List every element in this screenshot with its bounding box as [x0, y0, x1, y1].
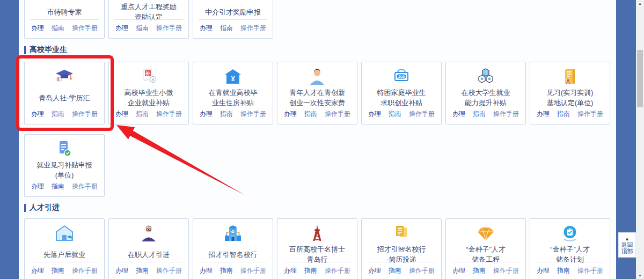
manual-link[interactable]: 操作手册	[72, 24, 98, 33]
school-building-icon	[193, 223, 273, 244]
back-to-top-button[interactable]: ▲ 返回顶部	[618, 232, 636, 258]
manual-link[interactable]: 操作手册	[493, 109, 519, 119]
guide-link[interactable]: 指南	[473, 109, 486, 119]
house-yuan-icon: ¥	[193, 67, 273, 87]
scrollbar-up-arrow-icon[interactable]: ▲	[636, 2, 644, 5]
card-links: 办理指南操作手册	[200, 24, 266, 33]
handle-link[interactable]: 办理	[452, 109, 465, 119]
handle-link[interactable]: 办理	[115, 24, 128, 33]
guide-link[interactable]: 指南	[220, 266, 233, 275]
card-title: 特困家庭毕业生 求职创业补贴	[363, 86, 440, 109]
manual-link[interactable]: 操作手册	[72, 109, 98, 119]
guide-link[interactable]: 指南	[557, 109, 570, 119]
card-links: 办理指南操作手册	[537, 266, 603, 275]
handle-link[interactable]: 办理	[200, 24, 213, 33]
house-cap-icon	[25, 223, 104, 244]
scrollbar-thumb[interactable]	[637, 50, 643, 107]
handle-link[interactable]: 办理	[537, 266, 550, 275]
guide-link[interactable]: 指南	[304, 109, 317, 119]
guide-link[interactable]: 指南	[52, 182, 64, 191]
section-bar-icon	[24, 204, 26, 212]
card-links: 办理指南操作手册	[452, 266, 519, 275]
handle-link[interactable]: 办理	[31, 109, 44, 119]
manual-link[interactable]: 操作手册	[72, 266, 98, 275]
card-links: 办理指南操作手册	[115, 24, 182, 33]
service-card: Job特困家庭毕业生 求职创业补贴办理指南操作手册	[361, 62, 442, 124]
handle-link[interactable]: 办理	[284, 266, 297, 275]
card-divider	[451, 262, 520, 262]
handle-link[interactable]: 办理	[31, 266, 44, 275]
card-links: 办理指南操作手册	[368, 266, 435, 275]
manual-link[interactable]: 操作手册	[409, 109, 435, 119]
guide-link[interactable]: 指南	[389, 266, 401, 275]
scrollbar-down-arrow-icon[interactable]: ▼	[636, 274, 644, 277]
manual-link[interactable]: 操作手册	[156, 109, 182, 119]
vertical-scrollbar[interactable]: ▲ ▼	[636, 0, 644, 279]
svg-text:补: 补	[145, 71, 151, 76]
graduation-cap-icon	[25, 67, 104, 87]
guide-link[interactable]: 指南	[557, 266, 570, 275]
service-card: 百所高校千名博士 青岛行办理指南操作手册	[277, 218, 357, 279]
certificate-scroll-icon	[530, 67, 610, 87]
guide-link[interactable]: 指南	[220, 109, 233, 119]
handle-link[interactable]: 办理	[31, 182, 44, 191]
manual-link[interactable]: 操作手册	[325, 266, 350, 275]
manual-link[interactable]: 操作手册	[577, 109, 603, 119]
handle-link[interactable]: 办理	[537, 109, 550, 119]
card-links: 办理指南操作手册	[537, 109, 603, 119]
subsidy-card-icon: 补¥	[109, 67, 188, 87]
guide-link[interactable]: 指南	[389, 109, 401, 119]
card-title: 青年人才在青创新 创业一次性安家费	[279, 86, 355, 109]
guide-link[interactable]: 指南	[52, 109, 64, 119]
resume-docs-icon	[362, 223, 441, 244]
card-title: 高校毕业生小微 企业就业补贴	[111, 86, 187, 109]
manual-link[interactable]: 操作手册	[240, 24, 266, 33]
handle-link[interactable]: 办理	[368, 266, 381, 275]
guide-link[interactable]: 指南	[136, 24, 149, 33]
service-card: ¥在青就业高校毕 业生住房补贴办理指南操作手册	[193, 62, 273, 124]
manual-link[interactable]: 操作手册	[156, 24, 182, 33]
handle-link[interactable]: 办理	[200, 266, 213, 275]
section-title-text: 高校毕业生	[30, 45, 67, 55]
manual-link[interactable]: 操作手册	[493, 266, 519, 275]
guide-link[interactable]: 指南	[52, 266, 64, 275]
manual-link[interactable]: 操作手册	[409, 266, 435, 275]
service-card: 就业见习补贴申报 (单位)办理指南操作手册	[24, 134, 105, 197]
manual-link[interactable]: 操作手册	[577, 266, 603, 275]
manual-link[interactable]: 操作手册	[325, 109, 350, 119]
card-links: 办理指南操作手册	[284, 266, 350, 275]
handle-link[interactable]: 办理	[452, 266, 465, 275]
handle-link[interactable]: 办理	[284, 109, 297, 119]
handle-link[interactable]: 办理	[115, 266, 128, 275]
card-links: 办理指南操作手册	[200, 266, 266, 275]
guide-link[interactable]: 指南	[304, 266, 317, 275]
guide-link[interactable]: 指南	[136, 109, 149, 119]
section-title-talent: 人才引进	[24, 203, 60, 212]
guide-link[interactable]: 指南	[220, 24, 233, 33]
handle-link[interactable]: 办理	[368, 109, 381, 119]
manual-link[interactable]: 操作手册	[156, 266, 182, 275]
back-to-top-label: 返回顶部	[621, 241, 634, 254]
handle-link[interactable]: 办理	[115, 109, 128, 119]
card-divider	[30, 19, 99, 20]
service-card: 补¥高校毕业生小微 企业就业补贴办理指南操作手册	[108, 62, 189, 124]
card-links: 办理指南操作手册	[31, 182, 98, 191]
guide-link[interactable]: 指南	[52, 24, 64, 33]
young-person-icon	[277, 67, 357, 87]
handle-link[interactable]: 办理	[200, 109, 213, 119]
manual-link[interactable]: 操作手册	[240, 266, 266, 275]
service-card: 重点人才工程奖励 资助认定办理指南操作手册	[108, 0, 189, 39]
handle-link[interactable]: 办理	[31, 24, 44, 33]
service-card: 在职人才引进办理指南操作手册	[108, 218, 189, 279]
manual-link[interactable]: 操作手册	[72, 182, 98, 191]
clipboard-badge-icon	[530, 223, 610, 244]
content-area: 市特聘专家办理指南操作手册重点人才工程奖励 资助认定办理指南操作手册中介引才奖励…	[19, 0, 616, 279]
guide-link[interactable]: 指南	[136, 266, 149, 275]
manual-link[interactable]: 操作手册	[240, 109, 266, 119]
card-divider	[30, 262, 99, 262]
card-divider	[283, 262, 352, 262]
guide-link[interactable]: 指南	[473, 266, 486, 275]
section-title-graduates: 高校毕业生	[24, 46, 67, 54]
card-divider	[367, 262, 436, 262]
card-links: 办理指南操作手册	[284, 109, 350, 119]
